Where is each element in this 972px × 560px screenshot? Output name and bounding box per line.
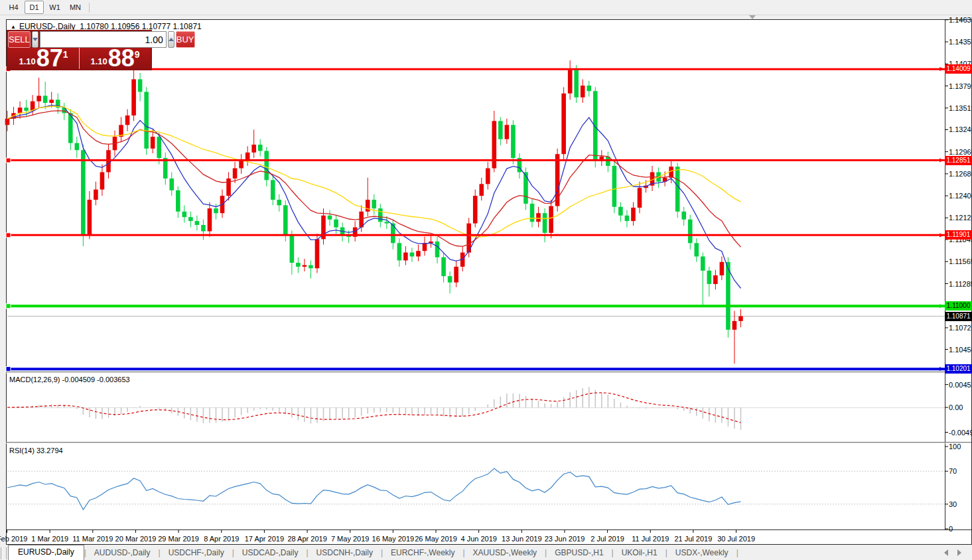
sell-price-prefix: 1.10 [19, 56, 35, 66]
timeframe-button-mn[interactable]: MN [66, 1, 85, 14]
arrow-down-icon [33, 38, 38, 41]
sell-button[interactable]: SELL [8, 31, 31, 48]
collapse-triangle-icon[interactable]: ▲ [11, 24, 16, 30]
timeframe-toolbar: H4D1W1MN [0, 0, 972, 15]
timeframe-button-h4[interactable]: H4 [4, 1, 23, 14]
buy-price-display[interactable]: 1.10 88 9 [79, 48, 151, 69]
timeframe-button-d1[interactable]: D1 [25, 1, 44, 14]
one-click-trading-panel: SELL BUY 1.10 87 1 1.10 88 9 [7, 30, 152, 70]
chart-window-background [6, 19, 972, 544]
symbol-tab-bar: EURUSD-,Daily|AUDUSD-,Daily|USDCHF-,Dail… [0, 545, 972, 560]
chart-tab-usdx-weekly[interactable]: USDX-,Weekly [667, 546, 736, 560]
rsi-label: RSI(14) 33.2794 [9, 447, 63, 455]
buy-button[interactable]: BUY [176, 31, 195, 48]
buy-price-sup: 9 [135, 49, 140, 60]
macd-label: MACD(12,26,9) -0.004509 -0.003653 [9, 376, 130, 384]
chart-tab-eurchf-weekly[interactable]: EURCHF-,Weekly [383, 546, 462, 560]
chart-tab-xauusd-weekly[interactable]: XAUUSD-,Weekly [465, 546, 545, 560]
chart-tab-ukoil-h1[interactable]: UKOil-,H1 [614, 546, 665, 560]
chart-tab-usdcnh-daily[interactable]: USDCNH-,Daily [309, 546, 381, 560]
timeframe-button-w1[interactable]: W1 [45, 1, 64, 14]
tabbar-grip[interactable] [1, 547, 7, 559]
volume-increase-button[interactable] [168, 31, 174, 48]
chart-tab-eurusd-daily[interactable]: EURUSD-,Daily [8, 545, 84, 560]
sell-price-display[interactable]: 1.10 87 1 [8, 48, 79, 69]
sell-price-sup: 1 [63, 49, 68, 60]
chart-shift-marker-icon[interactable] [749, 15, 756, 19]
tab-scroll-right-icon[interactable] [957, 549, 961, 556]
tab-separator: | [736, 548, 738, 560]
chart-tab-gbpusd-h1[interactable]: GBPUSD-,H1 [547, 546, 611, 560]
tab-scroll-left-icon[interactable] [944, 549, 948, 556]
buy-price-prefix: 1.10 [90, 56, 107, 66]
chart-tab-usdchf-daily[interactable]: USDCHF-,Daily [161, 546, 232, 560]
buy-price-main: 88 [108, 48, 135, 68]
chart-tab-usdcad-daily[interactable]: USDCAD-,Daily [234, 546, 307, 560]
arrow-up-icon [169, 38, 174, 41]
sell-price-main: 87 [36, 48, 63, 68]
chart-tab-audusd-daily[interactable]: AUDUSD-,Daily [86, 546, 159, 560]
toolbar-separator [89, 3, 90, 13]
